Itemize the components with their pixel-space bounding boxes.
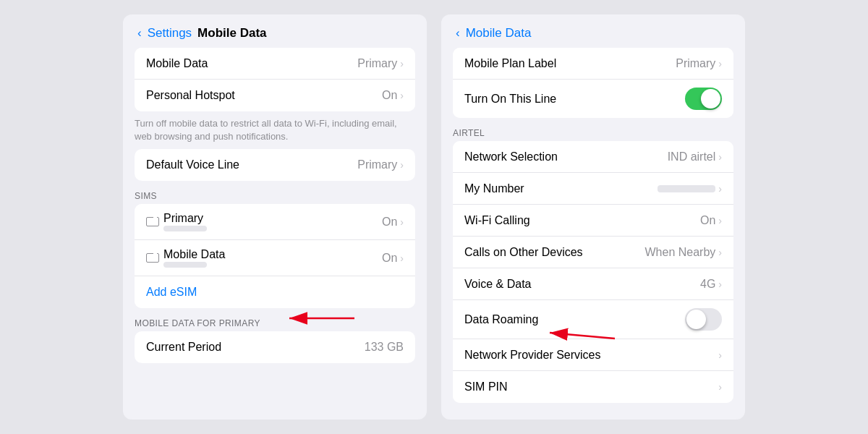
- chevron-icon: ›: [718, 247, 722, 258]
- chevron-icon: ›: [400, 159, 404, 171]
- network-selection-value: IND airtel ›: [668, 150, 722, 163]
- wifi-calling-label: Wi-Fi Calling: [464, 214, 530, 227]
- mobile-data-sim-label: Mobile Data: [163, 248, 225, 261]
- default-voice-value: Primary ›: [357, 158, 404, 171]
- hint-text: Turn off mobile data to restrict all dat…: [123, 114, 427, 149]
- sim-icon-2: [146, 253, 159, 263]
- chevron-icon: ›: [400, 90, 404, 101]
- network-provider-value: ›: [718, 349, 722, 361]
- chevron-icon: ›: [718, 349, 722, 361]
- add-esim-button[interactable]: Add eSIM: [146, 286, 197, 299]
- airtel-card: Network Selection IND airtel › My Number…: [453, 141, 733, 403]
- mobile-data-sim-value: On ›: [382, 252, 404, 265]
- network-selection-row[interactable]: Network Selection IND airtel ›: [453, 141, 733, 173]
- plan-label: Mobile Plan Label: [464, 57, 556, 70]
- network-provider-row[interactable]: Network Provider Services ›: [453, 339, 733, 371]
- chevron-icon: ›: [400, 252, 404, 264]
- chevron-icon: ›: [718, 58, 722, 69]
- sim-pin-value: ›: [718, 381, 722, 393]
- turn-on-line-row[interactable]: Turn On This Line: [453, 80, 733, 118]
- mobile-data-label: Mobile Data: [146, 57, 208, 70]
- chevron-icon: ›: [718, 278, 722, 290]
- left-panel-title: Mobile Data: [197, 26, 266, 41]
- chevron-icon: ›: [718, 381, 722, 393]
- mobile-data-for-primary-label: MOBILE DATA FOR PRIMARY: [123, 311, 427, 331]
- right-back-button[interactable]: Mobile Data: [466, 26, 532, 41]
- sim-pin-label: SIM PIN: [464, 380, 508, 393]
- network-selection-label: Network Selection: [464, 150, 558, 163]
- chevron-icon: ›: [400, 216, 404, 228]
- my-number-label: My Number: [464, 182, 524, 195]
- sims-section-label: SIMs: [123, 184, 427, 204]
- chevron-icon: ›: [718, 215, 722, 226]
- right-header: ‹ Mobile Data: [441, 14, 745, 48]
- my-number-value: ›: [658, 183, 722, 195]
- mobile-data-sim-sub: [163, 262, 207, 268]
- sim-pin-row[interactable]: SIM PIN ›: [453, 371, 733, 403]
- plan-label-row[interactable]: Mobile Plan Label Primary ›: [453, 48, 733, 80]
- mobile-data-card: Mobile Data Primary › Personal Hotspot O…: [135, 48, 415, 111]
- current-period-row[interactable]: Current Period 133 GB: [135, 331, 415, 363]
- data-roaming-row[interactable]: Data Roaming: [453, 300, 733, 339]
- back-button[interactable]: Settings: [148, 26, 192, 41]
- mobile-data-sim-row[interactable]: Mobile Data On ›: [135, 240, 415, 276]
- mobile-data-row[interactable]: Mobile Data Primary ›: [135, 48, 415, 80]
- primary-sim-value: On ›: [382, 216, 404, 229]
- right-panel: ‹ Mobile Data Mobile Plan Label Primary …: [441, 14, 745, 420]
- voice-data-label: Voice & Data: [464, 278, 532, 291]
- chevron-icon: ›: [400, 58, 404, 69]
- calls-other-devices-label: Calls on Other Devices: [464, 246, 583, 259]
- current-period-value: 133 GB: [365, 341, 404, 354]
- sim-icon: [146, 217, 159, 226]
- wifi-calling-row[interactable]: Wi-Fi Calling On ›: [453, 205, 733, 237]
- mobile-data-value: Primary ›: [357, 57, 404, 70]
- turn-on-line-label: Turn On This Line: [464, 93, 556, 106]
- add-esim-row[interactable]: Add eSIM: [135, 276, 415, 308]
- back-chevron-icon: ‹: [137, 26, 142, 41]
- left-header: ‹ Settings Mobile Data: [123, 14, 427, 48]
- data-roaming-label: Data Roaming: [464, 313, 538, 326]
- primary-sim-sub: [163, 226, 207, 231]
- turn-on-toggle[interactable]: [685, 88, 722, 110]
- plan-label-value: Primary ›: [676, 57, 722, 70]
- current-period-label: Current Period: [146, 341, 221, 354]
- hotspot-row[interactable]: Personal Hotspot On ›: [135, 80, 415, 111]
- voice-data-value: 4G ›: [700, 278, 722, 291]
- sims-card: Primary On › Mobile Data: [135, 204, 415, 308]
- chevron-icon: ›: [718, 151, 722, 163]
- primary-sim-label: Primary: [163, 212, 207, 225]
- calls-other-devices-row[interactable]: Calls on Other Devices When Nearby ›: [453, 237, 733, 268]
- voice-data-row[interactable]: Voice & Data 4G ›: [453, 268, 733, 300]
- calls-other-devices-value: When Nearby ›: [645, 246, 723, 259]
- plan-card: Mobile Plan Label Primary › Turn On This…: [453, 48, 733, 118]
- wifi-calling-value: On ›: [700, 214, 722, 227]
- data-roaming-toggle[interactable]: [685, 308, 722, 331]
- default-voice-label: Default Voice Line: [146, 158, 239, 171]
- default-voice-card: Default Voice Line Primary ›: [135, 149, 415, 181]
- hotspot-label: Personal Hotspot: [146, 89, 235, 102]
- left-panel: ‹ Settings Mobile Data Mobile Data Prima…: [123, 14, 427, 420]
- hotspot-value: On ›: [382, 89, 404, 102]
- airtel-section-label: AIRTEL: [441, 121, 745, 141]
- default-voice-row[interactable]: Default Voice Line Primary ›: [135, 149, 415, 181]
- network-provider-label: Network Provider Services: [464, 349, 601, 362]
- my-number-row[interactable]: My Number ›: [453, 173, 733, 205]
- back-chevron-icon-right: ‹: [456, 26, 460, 41]
- primary-sim-row[interactable]: Primary On ›: [135, 204, 415, 240]
- current-period-card: Current Period 133 GB: [135, 331, 415, 363]
- chevron-icon: ›: [718, 183, 722, 195]
